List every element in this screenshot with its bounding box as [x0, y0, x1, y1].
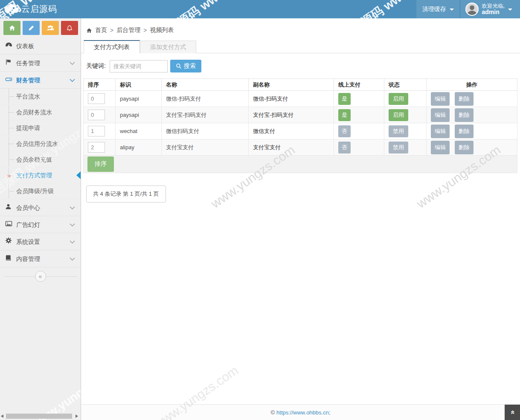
sidebar-item-label: 财务管理: [16, 77, 40, 84]
collapse-button[interactable]: «: [35, 271, 46, 282]
sort-input[interactable]: [88, 142, 105, 153]
sidebar-item-content[interactable]: 内容管理: [0, 250, 81, 267]
submenu-item-balance-recharge[interactable]: 会员余额充值: [0, 152, 81, 168]
footer-link[interactable]: https://www.ohbbs.cn;: [276, 409, 330, 416]
status-badge[interactable]: 启用: [389, 109, 408, 121]
search-button[interactable]: 搜索: [170, 60, 201, 72]
chevron-down-icon: [70, 216, 75, 233]
submenu-item-label: 会员降级/升级: [16, 188, 54, 194]
submenu-item-platform-flow[interactable]: 平台流水: [0, 89, 81, 104]
sort-input[interactable]: [88, 93, 105, 104]
breadcrumb-separator: >: [110, 27, 113, 34]
scrollbar-thumb[interactable]: [6, 414, 72, 419]
submenu-item-member-upgrade[interactable]: 会员降级/升级: [0, 183, 81, 199]
logo-text: 云启源码: [21, 3, 57, 15]
status-badge[interactable]: 禁用: [389, 125, 408, 137]
submenu-item-withdrawal[interactable]: 提现申请: [0, 120, 81, 136]
logo-icon: [3, 2, 19, 16]
welcome-username: admin: [482, 9, 500, 15]
quick-users-button[interactable]: [42, 21, 59, 35]
header-bar: 云启源码 www.yungzs.com 云启源码 www.yungzs.com …: [0, 0, 520, 18]
edit-button[interactable]: 编辑: [431, 108, 450, 122]
submenu-item-label: 会员信用分流水: [16, 140, 58, 147]
submenu-item-label: 会员财务流水: [16, 109, 52, 116]
quick-home-button[interactable]: [3, 21, 20, 35]
code-cell: paysapi: [116, 107, 162, 123]
sidebar: 仪表板 任务管理 财务管理 平台流水 会员财务流水 提现申请 会员信用分流水 会…: [0, 18, 81, 420]
column-status: 状态: [384, 79, 427, 91]
sidebar-item-label: 系统设置: [16, 238, 40, 245]
submenu-item-credit-flow[interactable]: 会员信用分流水: [0, 136, 81, 152]
delete-button[interactable]: 删除: [455, 125, 474, 138]
sidebar-item-ad-slides[interactable]: 广告幻灯: [0, 216, 81, 233]
name-cell: 支付宝支付: [162, 139, 249, 156]
breadcrumb-section[interactable]: 后台管理: [116, 26, 140, 34]
tab-add-payment[interactable]: 添加支付方式: [140, 41, 196, 53]
subname-cell: 支付宝支付: [249, 139, 334, 156]
quick-edit-button[interactable]: [23, 21, 40, 35]
column-sort: 排序: [84, 79, 116, 91]
column-online: 线上支付: [334, 79, 384, 91]
sidebar-item-dashboard[interactable]: 仪表板: [0, 38, 81, 55]
submenu-item-label: 支付方式管理: [16, 172, 52, 179]
submenu-item-member-finance-flow[interactable]: 会员财务流水: [0, 104, 81, 120]
sidebar-item-settings[interactable]: 系统设置: [0, 233, 81, 250]
breadcrumb: 首页 > 后台管理 > 视频列表: [86, 26, 520, 34]
search-icon: [176, 63, 182, 69]
delete-button[interactable]: 删除: [455, 108, 474, 122]
sidebar-item-label: 会员中心: [16, 204, 40, 211]
online-badge: 是: [338, 93, 351, 105]
scrollbar-left-arrow-icon[interactable]: [1, 414, 3, 418]
submenu-item-payment-methods[interactable]: » 支付方式管理: [0, 168, 81, 183]
status-badge[interactable]: 禁用: [389, 142, 408, 154]
sort-input[interactable]: [88, 126, 105, 136]
table-row: wechat 微信扫码支付 微信支付 否 禁用 编辑 删除: [84, 123, 517, 139]
delete-button[interactable]: 删除: [455, 141, 474, 154]
delete-button[interactable]: 删除: [455, 92, 474, 106]
watermark: 云启源码 www.yungzs.com: [155, 0, 288, 18]
submenu-item-label: 会员余额充值: [16, 156, 52, 163]
home-icon: [9, 25, 15, 31]
edit-button[interactable]: 编辑: [431, 141, 450, 154]
status-badge[interactable]: 启用: [389, 93, 408, 105]
scrollbar-right-arrow-icon[interactable]: [76, 414, 78, 418]
table-header-row: 排序 标识 名称 副名称 线上支付 状态 操作: [84, 79, 517, 91]
watermark: 云启源码 www.yungzs.com: [0, 361, 81, 420]
sort-input[interactable]: [88, 110, 105, 120]
tab-bar: 支付方式列表 添加支付方式: [81, 40, 520, 53]
submenu-item-label: 平台流水: [16, 93, 40, 100]
search-input[interactable]: [110, 60, 168, 72]
user-icon: [5, 199, 12, 216]
active-marker-icon: »: [7, 168, 11, 183]
sidebar-item-member-center[interactable]: 会员中心: [0, 199, 81, 216]
caret-down-icon: [508, 9, 512, 11]
column-subname: 副名称: [249, 79, 334, 91]
back-to-top-button[interactable]: »: [505, 405, 520, 420]
welcome-text: 欢迎光临, admin: [482, 3, 505, 15]
sidebar-collapse-row: «: [0, 267, 81, 285]
code-cell: alipay: [116, 139, 162, 156]
tab-payment-list[interactable]: 支付方式列表: [84, 40, 140, 53]
sidebar-item-finance[interactable]: 财务管理: [0, 72, 81, 89]
bell-icon: [67, 25, 73, 32]
user-menu[interactable]: 欢迎光临, admin: [460, 0, 520, 18]
online-badge: 否: [338, 142, 351, 154]
online-badge: 否: [338, 125, 351, 137]
search-button-label: 搜索: [184, 62, 196, 70]
sort-submit-button[interactable]: 排序: [87, 156, 114, 172]
quick-notifications-button[interactable]: [61, 21, 78, 35]
chevrons-up-icon: »: [508, 410, 517, 414]
sidebar-item-tasks[interactable]: 任务管理: [0, 55, 81, 72]
page-footer: © https://www.ohbbs.cn;: [81, 404, 520, 420]
breadcrumb-home[interactable]: 首页: [95, 26, 107, 34]
edit-button[interactable]: 编辑: [431, 92, 450, 106]
sidebar-h-scrollbar[interactable]: [1, 413, 79, 419]
sidebar-item-label: 任务管理: [16, 60, 40, 67]
finance-submenu: 平台流水 会员财务流水 提现申请 会员信用分流水 会员余额充值 » 支付方式管理…: [0, 89, 81, 199]
clear-cache-button[interactable]: 清理缓存: [416, 0, 460, 18]
chevron-down-icon: [70, 199, 75, 216]
chevron-down-icon: [70, 233, 75, 250]
edit-button[interactable]: 编辑: [431, 125, 450, 138]
column-actions: 操作: [427, 79, 517, 91]
column-code: 标识: [116, 79, 162, 91]
